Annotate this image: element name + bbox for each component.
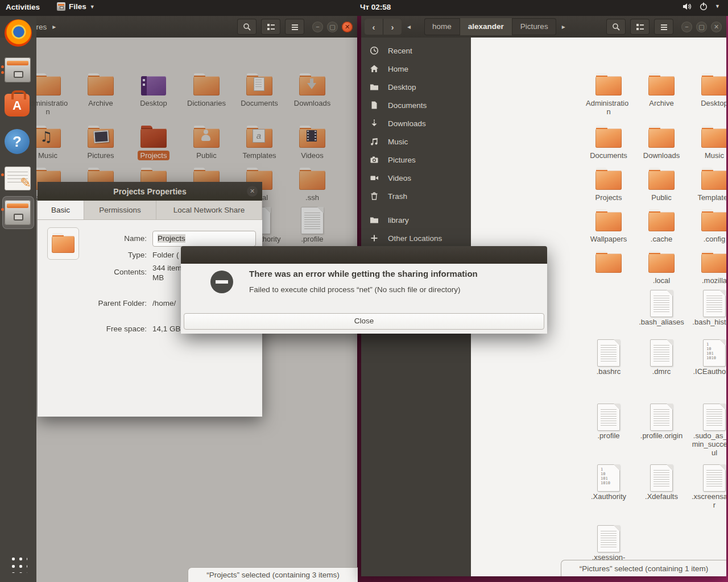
search-icon[interactable]	[606, 19, 626, 35]
forward-button[interactable]: ›	[383, 19, 402, 35]
clock[interactable]: Чт 02:58	[360, 3, 391, 11]
file-item-Videos[interactable]: Videos	[287, 123, 338, 156]
maximize-button[interactable]: ▢	[696, 22, 707, 32]
close-button[interactable]: ✕	[711, 22, 722, 32]
file-item-.xscreensaver[interactable]: .xscreensaver	[689, 464, 726, 492]
breadcrumb-Pictures[interactable]: Pictures	[512, 18, 556, 35]
file-item-.sudo_as_admin_successful[interactable]: .sudo_as_admin_successful	[689, 403, 726, 431]
breadcrumb: homealexanderPictures	[424, 18, 556, 35]
view-toggle-icon[interactable]	[630, 19, 650, 35]
file-item-Archive[interactable]: Archive	[75, 70, 126, 103]
minimize-button[interactable]: −	[681, 22, 692, 32]
sidebar-item-home[interactable]: Home	[361, 60, 471, 77]
file-item-Public[interactable]: Public	[636, 165, 687, 198]
file-item-Projects[interactable]: Projects	[128, 123, 179, 156]
breadcrumb-pager-left[interactable]: ◂	[402, 23, 416, 31]
dock-item-firefox[interactable]	[5, 19, 32, 47]
file-item-.ssh[interactable]: .ssh	[287, 165, 338, 198]
file-item-.Xauthority[interactable]: 1101011010.Xauthority	[583, 464, 634, 492]
file-item-Downloads[interactable]: Downloads	[287, 70, 338, 103]
view-toggle-button[interactable]	[261, 19, 280, 35]
dock-item-software[interactable]: A	[5, 90, 32, 118]
close-error-button[interactable]: Close	[184, 313, 544, 330]
breadcrumb-pager-right[interactable]: ▸	[556, 23, 571, 31]
hamburger-menu-icon[interactable]	[654, 19, 673, 35]
running-indicator-dot	[1, 71, 4, 74]
file-item-Music[interactable]: Music	[689, 123, 726, 156]
file-item-Dictionaries[interactable]: Dictionaries	[181, 70, 232, 103]
close-icon[interactable]: ✕	[247, 186, 258, 197]
dock-item-files2[interactable]	[5, 199, 32, 226]
file-item-Templates[interactable]: Templates	[689, 165, 726, 198]
breadcrumb-home[interactable]: home	[424, 18, 460, 35]
file-item-Desktop[interactable]: Desktop	[128, 70, 179, 103]
file-item-.config[interactable]: .config	[689, 206, 726, 239]
tab-permissions[interactable]: Permissions	[84, 201, 156, 219]
file-item-.cache[interactable]: .cache	[636, 206, 687, 239]
breadcrumb-alexander[interactable]: alexander	[460, 18, 512, 35]
breadcrumb-pager-right[interactable]: ▸	[47, 23, 61, 31]
app-menu[interactable]: Files ▼	[57, 2, 95, 11]
sidebar-item-videos[interactable]: Videos	[361, 169, 471, 186]
file-item[interactable]	[583, 248, 634, 281]
menu-button[interactable]	[285, 19, 304, 35]
sidebar-item-library[interactable]: library	[361, 211, 471, 228]
sidebar-item-recent[interactable]: Recent	[361, 42, 471, 59]
file-item-Downloads[interactable]: Downloads	[636, 123, 687, 156]
file-item-.profile[interactable]: .profile	[287, 206, 338, 234]
file-item-Projects[interactable]: Projects	[583, 165, 634, 198]
tab-basic[interactable]: Basic	[38, 201, 84, 219]
error-stop-icon	[210, 271, 233, 293]
name-input[interactable]: Projects	[152, 231, 256, 247]
file-item-.profile[interactable]: .profile	[583, 403, 634, 431]
file-item-.xsession-errors.old[interactable]: .xsession-errors.old	[583, 525, 634, 552]
file-item-Templates[interactable]: aTemplates	[234, 123, 285, 156]
sidebar-item-music[interactable]: Music	[361, 133, 471, 150]
sidebar-item-other-locations[interactable]: Other Locations	[361, 230, 471, 247]
file-label: .mozilla	[689, 276, 726, 285]
tab-local-network-share[interactable]: Local Network Share	[156, 201, 262, 219]
show-applications-button[interactable]	[10, 555, 27, 573]
file-label: Templates	[234, 151, 285, 160]
sidebar-item-pictures[interactable]: Pictures	[361, 151, 471, 168]
file-item-.bash_history[interactable]: .bash_history	[689, 289, 726, 317]
sidebar-item-documents[interactable]: Documents	[361, 97, 471, 114]
file-item-.bash_aliases[interactable]: .bash_aliases	[636, 289, 687, 317]
file-item-.local[interactable]: .local	[636, 248, 687, 281]
file-item-.bashrc[interactable]: .bashrc	[583, 339, 634, 367]
minimize-button[interactable]: −	[312, 22, 323, 32]
close-button[interactable]: ✕	[342, 22, 353, 32]
parent-folder-label: Parent Folder:	[98, 299, 147, 307]
file-item-Administration[interactable]: Administration	[583, 70, 634, 103]
dock-item-editor[interactable]	[5, 164, 32, 192]
sidebar-item-trash[interactable]: Trash	[361, 188, 471, 205]
file-item-Archive[interactable]: Archive	[636, 70, 687, 103]
activities-button[interactable]: Activities	[6, 3, 40, 11]
file-item-.Xdefaults[interactable]: .Xdefaults	[636, 464, 687, 492]
sidebar-item-downloads[interactable]: Downloads	[361, 115, 471, 132]
dock-item-files[interactable]	[5, 56, 32, 84]
file-item-Pictures[interactable]: Pictures	[75, 123, 126, 156]
file-item-Wallpapers[interactable]: Wallpapers	[583, 206, 634, 239]
back-button[interactable]: ‹	[365, 19, 383, 35]
file-item-.profile.origin[interactable]: .profile.origin	[636, 403, 687, 431]
power-icon[interactable]	[699, 2, 708, 11]
maximize-button[interactable]: ▢	[327, 22, 338, 32]
dock-item-help[interactable]: ?	[5, 128, 32, 155]
contents-value-line2: MB	[152, 273, 164, 282]
volume-icon[interactable]	[682, 2, 692, 11]
file-item-.ICEauthority[interactable]: 1101011010.ICEauthority	[689, 339, 726, 367]
file-item-Documents[interactable]: Documents	[234, 70, 285, 103]
file-item-Documents[interactable]: Documents	[583, 123, 634, 156]
file-item-.dmrc[interactable]: .dmrc	[636, 339, 687, 367]
chevron-down-icon: ▼	[90, 4, 95, 10]
file-item-.mozilla[interactable]: .mozilla	[689, 248, 726, 281]
chevron-down-icon[interactable]: ▼	[715, 3, 720, 9]
file-label: .bash_aliases	[636, 318, 687, 326]
search-button[interactable]	[237, 19, 257, 35]
sidebar-item-desktop[interactable]: Desktop	[361, 78, 471, 95]
error-dialog-titlebar[interactable]	[181, 246, 547, 264]
file-item-Desktop[interactable]: Desktop	[689, 70, 726, 103]
error-message: Failed to execute child process “net” (N…	[249, 285, 536, 294]
file-item-Public[interactable]: Public	[181, 123, 232, 156]
